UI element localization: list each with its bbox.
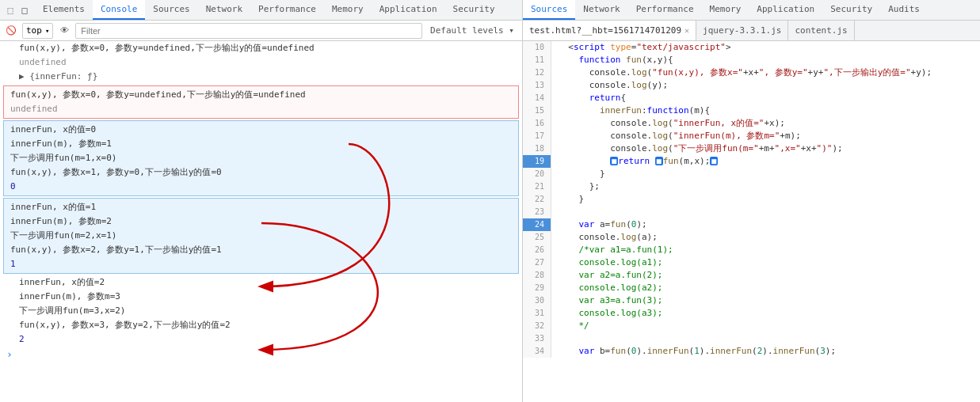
line-number: 33	[523, 332, 551, 345]
console-line: ▶ {innerFun: ƒ}	[0, 70, 522, 84]
line-content: <script type="text/javascript">	[551, 41, 980, 54]
device-icon[interactable]: □	[17, 3, 32, 17]
filter-box[interactable]	[75, 23, 422, 39]
tab-network-right[interactable]: Network	[575, 0, 627, 20]
tab-network-left[interactable]: Network	[198, 0, 250, 20]
code-line-25: 25 console.log(a);	[523, 231, 980, 244]
console-line: 2	[0, 332, 522, 347]
tab-console[interactable]: Console	[93, 0, 145, 20]
line-number: 34	[523, 345, 551, 358]
line-number: 11	[523, 54, 551, 66]
console-line: innerFun(m), 参数m=3	[0, 290, 522, 304]
console-line: innerFun, x的值=1	[10, 200, 512, 214]
code-line-28: 28 var a2=a.fun(2);	[523, 269, 980, 282]
console-normal-group: innerFun, x的值=2 innerFun(m), 参数m=3 下一步调用…	[0, 275, 522, 347]
line-content: ■return ■fun(m,x);■	[551, 155, 980, 168]
line-number: 29	[523, 282, 551, 294]
file-tab-label: test.html?__hbt=1561714701209	[529, 25, 681, 36]
tab-security-right[interactable]: Security	[822, 0, 880, 20]
tab-application-left[interactable]: Application	[372, 0, 445, 20]
line-content: /*var a1=a.fun(1);	[551, 244, 980, 256]
code-line-10: 10 <script type="text/javascript">	[523, 41, 980, 54]
line-number: 30	[523, 294, 551, 307]
console-line: 0	[10, 180, 512, 194]
code-line-26: 26 /*var a1=a.fun(1);	[523, 244, 980, 256]
code-line-19: 19 ■return ■fun(m,x);■	[523, 155, 980, 168]
right-nav: Sources Network Performance Memory Appli…	[523, 0, 928, 20]
tab-security-left[interactable]: Security	[445, 0, 503, 20]
console-line: fun(x,y), 参数x=0, 参数y=undefined,下一步输出y的值=…	[0, 41, 522, 55]
line-content: */	[551, 320, 980, 332]
code-line-21: 21 };	[523, 180, 980, 193]
console-line: fun(x,y), 参数x=3, 参数y=2,下一步输出y的值=2	[0, 318, 522, 332]
line-content: console.log(a3);	[551, 307, 980, 320]
line-content: }	[551, 193, 980, 206]
line-number: 13	[523, 79, 551, 92]
line-number: 23	[523, 206, 551, 218]
code-line-18: 18 console.log("下一步调用fun(m="+m+",x="+x+"…	[523, 142, 980, 155]
line-content: }	[551, 168, 980, 180]
console-toolbar: 🚫 top ▾ 👁 Default levels ▾	[0, 21, 523, 40]
code-line-22: 22 }	[523, 193, 980, 206]
line-content: function fun(x,y){	[551, 54, 980, 66]
code-line-30: 30 var a3=a.fun(3);	[523, 294, 980, 307]
code-line-34: 34 var b=fun(0).innerFun(1).innerFun(2).…	[523, 345, 980, 358]
window-controls: ⬚ □	[0, 3, 35, 17]
tab-application-right[interactable]: Application	[749, 0, 822, 20]
code-line-11: 11 function fun(x,y){	[523, 54, 980, 66]
main-content: fun(x,y), 参数x=0, 参数y=undefined,下一步输出y的值=…	[0, 41, 980, 402]
code-line-12: 12 console.log("fun(x,y), 参数x="+x+", 参数y…	[523, 66, 980, 79]
clear-console-button[interactable]: 🚫	[3, 23, 19, 39]
code-line-17: 17 console.log("innerFun(m), 参数m="+m);	[523, 130, 980, 142]
console-line: undefined	[10, 102, 512, 116]
line-number: 14	[523, 92, 551, 104]
line-content: console.log(a2);	[551, 282, 980, 294]
line-content: console.log(a1);	[551, 256, 980, 269]
file-tab-test-html[interactable]: test.html?__hbt=1561714701209 ✕	[523, 21, 696, 40]
tab-audits-right[interactable]: Audits	[880, 0, 928, 20]
line-content: };	[551, 180, 980, 193]
console-line: innerFun(m), 参数m=1	[10, 137, 512, 151]
file-tabs-bar: test.html?__hbt=1561714701209 ✕ jquery-3…	[523, 21, 980, 40]
line-number: 15	[523, 104, 551, 117]
context-selector[interactable]: top ▾	[22, 23, 53, 39]
console-prompt[interactable]: ›	[0, 347, 522, 362]
inspect-icon[interactable]: ⬚	[3, 3, 17, 17]
line-number: 26	[523, 244, 551, 256]
line-number: 25	[523, 231, 551, 244]
tab-performance-left[interactable]: Performance	[250, 0, 324, 20]
code-line-31: 31 console.log(a3);	[523, 307, 980, 320]
console-line: 下一步调用fun(m=2,x=1)	[10, 229, 512, 243]
console-highlight-group-2: innerFun, x的值=1 innerFun(m), 参数m=2 下一步调用…	[3, 198, 519, 274]
file-tab-content-js[interactable]: content.js	[788, 21, 854, 40]
default-levels-button[interactable]: Default levels ▾	[425, 21, 519, 40]
line-number: 32	[523, 320, 551, 332]
tab-elements[interactable]: Elements	[35, 0, 93, 20]
line-content: var a2=a.fun(2);	[551, 269, 980, 282]
tab-memory-left[interactable]: Memory	[324, 0, 372, 20]
code-line-14: 14 return{	[523, 92, 980, 104]
code-line-32: 32 */	[523, 320, 980, 332]
file-tab-jquery[interactable]: jquery-3.3.1.js	[696, 21, 788, 40]
tab-memory-right[interactable]: Memory	[702, 0, 749, 20]
code-line-24: 24 var a=fun(0);	[523, 218, 980, 231]
tab-performance-right[interactable]: Performance	[628, 0, 702, 20]
line-content: console.log("下一步调用fun(m="+m+",x="+x+")")…	[551, 142, 980, 155]
line-number: 12	[523, 66, 551, 79]
file-tab-label: content.js	[795, 25, 847, 36]
console-line: innerFun, x的值=0	[10, 123, 512, 137]
line-number: 16	[523, 117, 551, 130]
tab-sources-right[interactable]: Sources	[523, 0, 575, 20]
source-panel: 10 <script type="text/javascript"> 11 fu…	[523, 41, 980, 402]
eye-button[interactable]: 👁	[56, 23, 72, 39]
line-content: var a3=a.fun(3);	[551, 294, 980, 307]
filter-input[interactable]	[81, 26, 417, 36]
line-number: 31	[523, 307, 551, 320]
code-line-23: 23	[523, 206, 980, 218]
file-tab-close[interactable]: ✕	[684, 26, 689, 35]
console-line: 下一步调用fun(m=1,x=0)	[10, 151, 512, 165]
line-number: 22	[523, 193, 551, 206]
context-label: top	[26, 25, 42, 36]
file-tab-label: jquery-3.3.1.js	[703, 25, 781, 36]
tab-sources-left[interactable]: Sources	[145, 0, 197, 20]
